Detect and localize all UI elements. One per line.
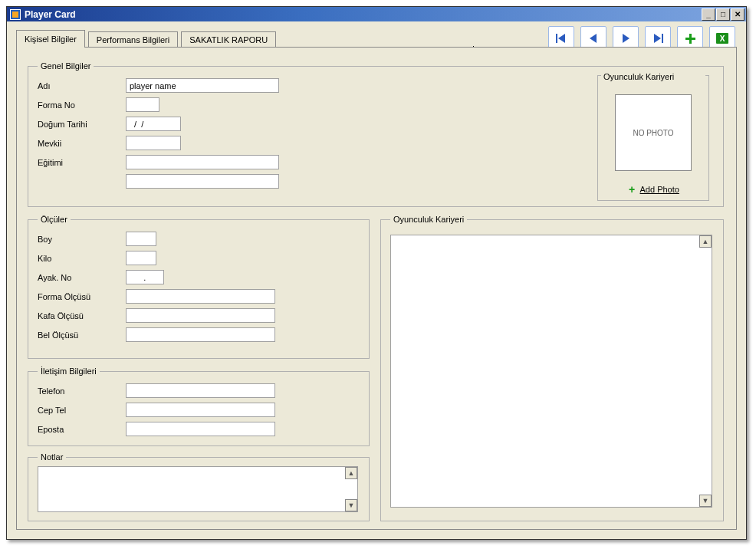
- olculer-group: Ölçüler Boy Kilo Ayak. No Forma Ölçüsü: [28, 215, 370, 359]
- minimize-button[interactable]: _: [702, 8, 715, 21]
- eposta-field[interactable]: [126, 422, 275, 436]
- window-body: X Kişisel Bilgiler Performans Bilgileri …: [7, 21, 746, 539]
- scroll-up-button[interactable]: ▲: [699, 235, 712, 248]
- iletisim-group: İletişim Bilgileri Telefon Cep Tel Epost…: [28, 367, 370, 446]
- photo-group: Oyunculuk Kariyeri NO PHOTO + Add Photo: [597, 75, 709, 201]
- tab-kisisel-bilgiler[interactable]: Kişisel Bilgiler: [16, 30, 85, 48]
- forma-olcusu-field[interactable]: [126, 289, 275, 304]
- boy-field[interactable]: [126, 232, 156, 246]
- label-cep: Cep Tel: [38, 406, 126, 415]
- label-egitimi: Eğitimi: [38, 158, 126, 167]
- genel-bilgiler-legend: Genel Bilgiler: [38, 61, 94, 71]
- tab-sakatlik-raporu[interactable]: SAKATLIK RAPORU: [181, 31, 276, 48]
- label-ayak: Ayak. No: [38, 273, 126, 282]
- notlar-textarea[interactable]: ▲ ▼: [38, 466, 358, 512]
- label-eposta: Eposta: [38, 425, 126, 434]
- titlebar: Player Card _ □ ✕: [7, 7, 746, 21]
- label-kafa-olcusu: Kafa Ölçüsü: [38, 311, 126, 321]
- iletisim-legend: İletişim Bilgileri: [38, 367, 100, 376]
- window-buttons: _ □ ✕: [701, 8, 744, 21]
- kariyer-group: Oyunculuk Kariyeri ▲ ▼: [380, 215, 724, 521]
- telefon-field[interactable]: [126, 383, 275, 398]
- notlar-group: Notlar ▲ ▼: [28, 452, 370, 521]
- label-forma-olcusu: Forma Ölçüsü: [38, 292, 126, 301]
- scroll-up-button[interactable]: ▲: [345, 467, 357, 479]
- label-forma-no: Forma No: [38, 100, 126, 110]
- label-adi: Adı: [38, 81, 126, 90]
- kilo-field[interactable]: [126, 251, 156, 265]
- photo-legend: Oyunculuk Kariyeri: [601, 72, 705, 81]
- forma-no-field[interactable]: [126, 97, 159, 112]
- tab-bar: Kişisel Bilgiler Performans Bilgileri SA…: [16, 30, 737, 48]
- ayak-no-field[interactable]: [126, 270, 164, 284]
- dogum-tarihi-field[interactable]: [126, 117, 181, 131]
- add-photo-link[interactable]: Add Photo: [640, 185, 679, 194]
- scroll-down-button[interactable]: ▼: [699, 495, 712, 507]
- label-dogum: Doğum Tarihi: [38, 120, 126, 129]
- label-mevkii: Mevkii: [38, 139, 126, 148]
- label-telefon: Telefon: [38, 386, 126, 396]
- notlar-legend: Notlar: [38, 452, 66, 462]
- adi-field[interactable]: [126, 78, 279, 93]
- egitimi-field-2[interactable]: [126, 174, 279, 189]
- scroll-down-button[interactable]: ▼: [345, 499, 357, 511]
- bel-olcusu-field[interactable]: [126, 327, 275, 342]
- app-icon: [10, 9, 21, 20]
- olculer-legend: Ölçüler: [38, 215, 71, 224]
- maximize-button[interactable]: □: [716, 8, 730, 21]
- label-bel-olcusu: Bel Ölçüsü: [38, 330, 126, 340]
- genel-bilgiler-group: Genel Bilgiler Adı Forma No Doğum Tarihi…: [28, 61, 724, 207]
- label-kilo: Kilo: [38, 254, 126, 263]
- tab-panel: Genel Bilgiler Adı Forma No Doğum Tarihi…: [16, 47, 737, 530]
- window-title: Player Card: [25, 9, 701, 20]
- mevkii-field[interactable]: [126, 136, 181, 150]
- tab-performans-bilgileri[interactable]: Performans Bilgileri: [88, 31, 178, 48]
- photo-placeholder: NO PHOTO: [615, 94, 692, 171]
- kafa-olcusu-field[interactable]: [126, 308, 275, 323]
- close-button[interactable]: ✕: [731, 8, 744, 21]
- plus-icon: +: [627, 186, 636, 195]
- svg-rect-0: [12, 12, 18, 18]
- kariyer-textarea[interactable]: ▲ ▼: [390, 235, 712, 508]
- egitimi-field-1[interactable]: [126, 155, 279, 169]
- player-card-window: Player Card _ □ ✕ X: [6, 6, 747, 540]
- kariyer-legend: Oyunculuk Kariyeri: [390, 215, 467, 224]
- label-boy: Boy: [38, 235, 126, 244]
- cep-tel-field[interactable]: [126, 403, 275, 417]
